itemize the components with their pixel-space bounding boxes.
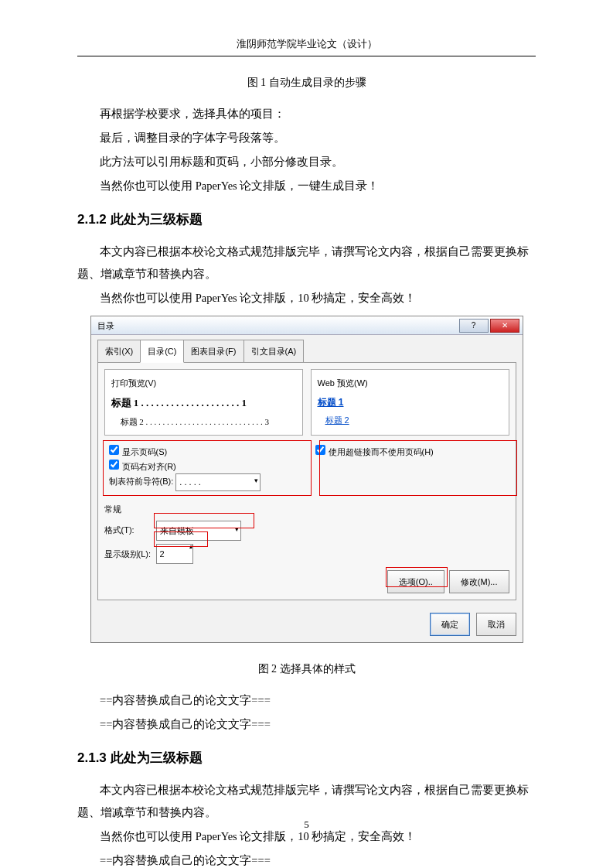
paragraph: 此方法可以引用标题和页码，小部分修改目录。 bbox=[77, 151, 536, 173]
close-button[interactable]: ✕ bbox=[490, 319, 519, 333]
paragraph: 最后，调整目录的字体字号段落等。 bbox=[77, 127, 536, 149]
paragraph: 当然你也可以使用 PaperYes 论文排版，10 秒搞定，安全高效！ bbox=[77, 287, 536, 309]
heading-2-1-2: 2.1.2 此处为三级标题 bbox=[77, 207, 536, 233]
figure1-caption: 图 1 自动生成目录的步骤 bbox=[77, 72, 536, 94]
header-rule bbox=[77, 56, 536, 56]
ok-button[interactable]: 确定 bbox=[430, 613, 470, 636]
page-header: 淮阴师范学院毕业论文（设计） bbox=[0, 0, 613, 56]
paragraph: 本文内容已根据本校论文格式规范排版完毕，请撰写论文内容，根据自己需要更换标题、增… bbox=[77, 779, 536, 824]
toc-preview-line: 标题 1 . . . . . . . . . . . . . . . . . .… bbox=[111, 393, 296, 413]
paragraph: ==内容替换成自己的论文文字=== bbox=[77, 713, 536, 736]
paragraph: 再根据学校要求，选择具体的项目： bbox=[77, 103, 536, 125]
web-preview-link[interactable]: 标题 1 bbox=[318, 393, 502, 412]
cancel-button[interactable]: 取消 bbox=[476, 613, 516, 636]
page-number: 5 bbox=[0, 818, 613, 831]
tab-citations[interactable]: 引文目录(A) bbox=[243, 340, 305, 363]
print-preview-label: 打印预览(V) bbox=[111, 374, 296, 391]
web-preview-link[interactable]: 标题 2 bbox=[318, 412, 502, 429]
highlight-box bbox=[103, 440, 312, 496]
format-label: 格式(T): bbox=[104, 521, 154, 538]
modify-button[interactable]: 修改(M)... bbox=[449, 570, 509, 593]
web-preview-label: Web 预览(W) bbox=[318, 374, 502, 391]
dialog-titlebar: 目录 ? ✕ bbox=[91, 316, 523, 335]
help-button[interactable]: ? bbox=[459, 319, 489, 333]
web-preview-panel: Web 预览(W) 标题 1 标题 2 bbox=[311, 369, 509, 436]
dialog-title: 目录 bbox=[94, 317, 114, 334]
highlight-box bbox=[154, 531, 208, 547]
tab-toc[interactable]: 目录(C) bbox=[140, 340, 184, 363]
toc-preview-line: 标题 2 . . . . . . . . . . . . . . . . . .… bbox=[111, 413, 296, 430]
dialog-tabs: 索引(X) 目录(C) 图表目录(F) 引文目录(A) bbox=[97, 340, 516, 363]
level-label: 显示级别(L): bbox=[104, 545, 154, 562]
paragraph: ==内容替换成自己的论文文字=== bbox=[77, 689, 536, 712]
highlight-box bbox=[154, 513, 254, 528]
tab-figures[interactable]: 图表目录(F) bbox=[183, 340, 243, 363]
paragraph: ==内容替换成自己的论文文字=== bbox=[77, 849, 536, 868]
tab-index[interactable]: 索引(X) bbox=[97, 340, 141, 363]
toc-dialog: 目录 ? ✕ 索引(X) 目录(C) 图表目录(F) 引文目录(A) 打印预览(… bbox=[90, 316, 523, 643]
highlight-box bbox=[319, 440, 517, 496]
figure2-caption: 图 2 选择具体的样式 bbox=[77, 658, 536, 680]
paragraph: 本文内容已根据本校论文格式规范排版完毕，请撰写论文内容，根据自己需要更换标题、增… bbox=[77, 241, 536, 285]
print-preview-panel: 打印预览(V) 标题 1 . . . . . . . . . . . . . .… bbox=[104, 369, 303, 436]
heading-2-1-3: 2.1.3 此处为三级标题 bbox=[77, 745, 536, 771]
paragraph: 当然你也可以使用 PaperYes 论文排版，一键生成目录！ bbox=[77, 175, 536, 197]
highlight-box bbox=[386, 567, 448, 587]
